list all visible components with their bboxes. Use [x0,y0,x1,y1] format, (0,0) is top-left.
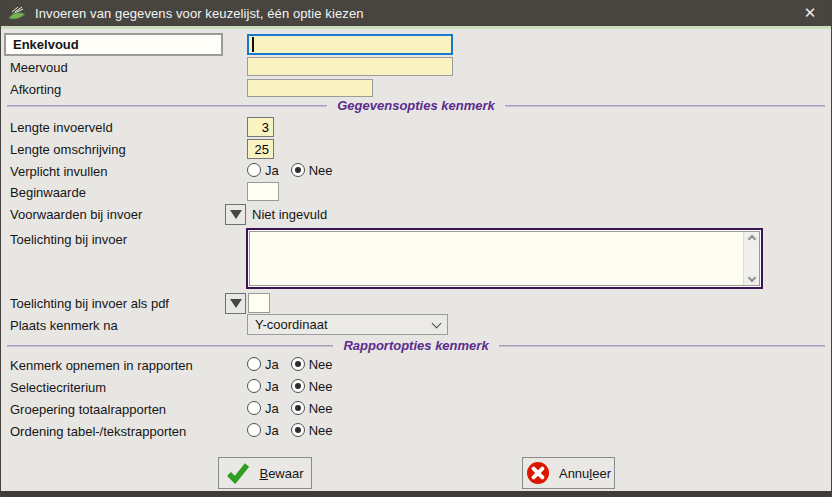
lengte-invoerveld-label: Lengte invoerveld [10,120,113,135]
cancel-button-label: Annuleer [559,466,611,481]
separator-line [505,105,825,107]
triangle-down-icon [230,210,242,219]
beginwaarde-input[interactable] [247,182,279,201]
radio-ja-label: Ja [265,163,279,178]
save-button[interactable]: Bewaar [218,457,312,489]
afkorting-label: Afkorting [10,82,61,97]
radio-nee-circle[interactable] [291,357,305,371]
beginwaarde-label: Beginwaarde [10,185,86,200]
radio-ja[interactable]: Ja [247,401,279,416]
plaats-kenmerk-selected: Y-coordinaat [255,317,433,332]
radio-nee-label: Nee [309,423,333,438]
plaats-kenmerk-label: Plaats kenmerk na [10,318,118,333]
radio-nee-circle[interactable] [291,401,305,415]
enkelvoud-input[interactable] [247,34,453,55]
meervoud-label: Meervoud [10,60,68,75]
separator-line [499,345,825,347]
scroll-up-icon[interactable] [747,235,755,243]
plant-icon [8,5,28,21]
radio-nee[interactable]: Nee [291,163,333,178]
chevron-down-icon [432,318,442,328]
titlebar-accent-strip [1,26,831,29]
radio-nee-circle[interactable] [291,163,305,177]
radio-ja-label: Ja [265,379,279,394]
dialog-window: Invoeren van gegevens voor keuzelijst, é… [0,0,832,497]
window-bottom-edge [1,491,831,497]
toelichting-pdf-dropdown-button[interactable] [225,293,246,314]
radio-nee[interactable]: Nee [291,379,333,394]
radio-ja[interactable]: Ja [247,357,279,372]
save-button-label: Bewaar [259,466,303,481]
radio-nee-label: Nee [309,357,333,372]
window-title: Invoeren van gegevens voor keuzelijst, é… [35,6,364,21]
checkmark-icon [226,462,250,484]
radio-ja-label: Ja [265,357,279,372]
close-icon[interactable]: ✕ [789,0,831,26]
radio-nee[interactable]: Nee [291,401,333,416]
radio-ja[interactable]: Ja [247,423,279,438]
radio-nee-label: Nee [309,401,333,416]
radio-nee-label: Nee [309,163,333,178]
radio-ja-circle[interactable] [247,401,261,415]
section-separator-rapportopties: Rapportopties kenmerk [7,338,825,353]
toelichting-textarea-inner [249,231,760,286]
cancel-cross-icon [526,461,550,485]
radio-nee-label: Nee [309,379,333,394]
section-title: Rapportopties kenmerk [343,338,488,353]
vertical-scrollbar[interactable] [743,232,759,285]
radio-ja[interactable]: Ja [247,163,279,178]
separator-line [7,105,327,107]
verplicht-invullen-label: Verplicht invullen [10,164,108,179]
kenmerk-opnemen-label: Kenmerk opnemen in rapporten [10,358,193,373]
plaats-kenmerk-dropdown[interactable]: Y-coordinaat [247,314,448,335]
toelichting-textarea[interactable] [246,228,763,289]
radio-nee[interactable]: Nee [291,423,333,438]
radio-ja[interactable]: Ja [247,379,279,394]
radio-ja-label: Ja [265,401,279,416]
toelichting-textarea-content[interactable] [250,232,743,285]
voorwaarden-value: Niet ingevuld [252,207,327,222]
verplicht-invullen-radio-group: Ja Nee [247,161,345,179]
toelichting-label: Toelichting bij invoer [10,232,127,247]
voorwaarden-label: Voorwaarden bij invoer [10,207,142,222]
radio-nee-circle[interactable] [291,423,305,437]
afkorting-input[interactable] [247,79,373,97]
voorwaarden-dropdown-button[interactable] [225,204,246,225]
radio-ja-label: Ja [265,423,279,438]
text-caret [252,37,254,52]
lengte-omschrijving-input[interactable] [247,139,274,159]
radio-ja-circle[interactable] [247,163,261,177]
toelichting-pdf-input[interactable] [248,293,270,313]
lengte-omschrijving-label: Lengte omschrijving [10,142,126,157]
section-title: Gegevensopties kenmerk [337,98,495,113]
radio-ja-circle[interactable] [247,379,261,393]
selectiecriterium-label: Selectiecriterium [10,380,106,395]
groepering-radio-group: Ja Nee [247,399,345,417]
kenmerk-opnemen-radio-group: Ja Nee [247,355,345,373]
lengte-invoerveld-input[interactable] [247,117,274,137]
meervoud-input[interactable] [247,57,453,76]
radio-nee-circle[interactable] [291,379,305,393]
ordening-radio-group: Ja Nee [247,421,345,439]
cancel-button[interactable]: Annuleer [522,457,615,489]
separator-line [7,345,333,347]
radio-ja-circle[interactable] [247,357,261,371]
radio-nee[interactable]: Nee [291,357,333,372]
radio-ja-circle[interactable] [247,423,261,437]
scroll-down-icon[interactable] [747,274,755,282]
section-separator-gegevensopties: Gegevensopties kenmerk [7,98,825,113]
ordening-label: Ordening tabel-/tekstrapporten [10,424,186,439]
enkelvoud-label: Enkelvoud [4,33,223,56]
selectiecriterium-radio-group: Ja Nee [247,377,345,395]
groepering-label: Groepering totaalrapporten [10,402,166,417]
triangle-down-icon [230,299,242,308]
titlebar: Invoeren van gegevens voor keuzelijst, é… [1,0,831,26]
toelichting-pdf-label: Toelichting bij invoer als pdf [10,296,169,311]
